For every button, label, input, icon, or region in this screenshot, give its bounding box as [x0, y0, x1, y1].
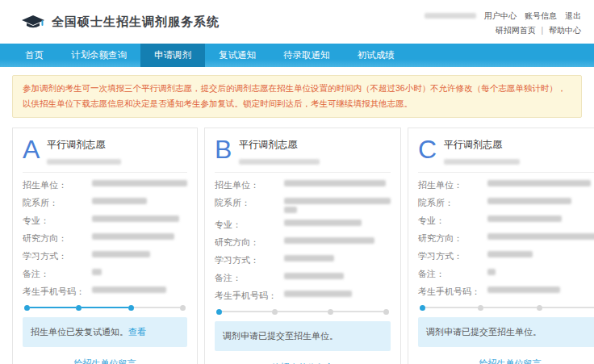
field-value-redacted — [284, 180, 386, 186]
field-row: 研究方向： — [418, 232, 594, 245]
field-row: 院系所： — [418, 197, 594, 209]
status-text: 调剂申请已提交至招生单位。 — [223, 331, 338, 341]
volunteer-card-b: B 平行调剂志愿 招生单位： 院系所： 专业： 研究方向： 学习方式： 备注： … — [204, 128, 401, 364]
status-text: 招生单位已发复试通知。 — [31, 327, 128, 337]
field-value-redacted — [487, 251, 533, 257]
progress-segment — [333, 311, 383, 312]
graduation-cap-icon — [21, 14, 45, 31]
field-value-redacted — [284, 220, 362, 226]
status-box: 调剂申请已提交至招生单位。 — [215, 321, 391, 351]
field-value-redacted — [92, 215, 179, 222]
progress-segment — [134, 307, 180, 308]
field-value-redacted — [284, 273, 344, 279]
field-label: 招生单位： — [418, 179, 487, 191]
field-label: 备注： — [418, 268, 487, 280]
message-link[interactable]: 给招生单位留言 — [418, 358, 594, 364]
field-value-redacted — [92, 251, 150, 257]
link-yanzhao-home[interactable]: 研招网首页 — [496, 26, 536, 35]
field-row: 研究方向： — [215, 236, 391, 249]
field-value-redacted — [284, 198, 391, 204]
field-row: 学习方式： — [418, 250, 594, 262]
progress-segment — [425, 307, 478, 308]
progress-dot — [420, 305, 425, 311]
progress-dot — [478, 305, 483, 311]
field-label: 招生单位： — [215, 179, 284, 191]
field-label: 考生手机号码： — [418, 286, 487, 298]
field-row: 专业： — [23, 215, 187, 227]
card-title: 平行调剂志愿 — [47, 138, 121, 152]
field-label: 学习方式： — [23, 250, 92, 262]
progress-dot — [537, 305, 542, 311]
field-list: 招生单位： 院系所： 专业： 研究方向： 学习方式： 备注： 考生手机号码： — [215, 179, 391, 308]
header-user-area: 用户中心 账号信息 退出 研招网首页 | 帮助中心 — [425, 7, 581, 37]
nav-tab-initial-scores[interactable]: 初试成绩 — [344, 44, 408, 67]
progress-segment — [222, 311, 272, 312]
view-link[interactable]: 查看 — [128, 327, 146, 337]
field-label: 研究方向： — [23, 232, 92, 245]
field-row: 招生单位： — [418, 179, 594, 191]
field-label: 研究方向： — [215, 236, 284, 249]
field-label: 备注： — [215, 272, 284, 284]
nav-tab-home[interactable]: 首页 — [11, 44, 57, 67]
nav-tab-retest-notice[interactable]: 复试通知 — [205, 44, 270, 67]
progress-segment — [82, 307, 128, 308]
field-value-redacted — [92, 287, 166, 293]
page: 全国硕士生招生调剂服务系统 用户中心 账号信息 退出 研招网首页 | 帮助中心 … — [0, 0, 594, 364]
submit-time-redacted — [444, 159, 520, 165]
nav-tab-plan-balance-query[interactable]: 计划余额查询 — [57, 44, 140, 67]
field-list: 招生单位： 院系所： 专业： 研究方向： 学习方式： 备注： 考生手机号码： — [418, 179, 594, 303]
field-value-redacted — [487, 215, 562, 222]
header-link-separator: | — [542, 26, 544, 35]
field-value-redacted — [92, 180, 187, 186]
field-label: 学习方式： — [215, 254, 284, 266]
field-row: 备注： — [215, 272, 391, 284]
card-letter: A — [23, 136, 40, 166]
field-value-redacted — [487, 198, 571, 204]
link-user-center[interactable]: 用户中心 — [484, 9, 517, 23]
card-letter: C — [418, 136, 437, 166]
field-label: 考生手机号码： — [215, 290, 284, 302]
progress-dot — [180, 305, 186, 311]
field-label: 专业： — [215, 219, 284, 231]
volunteer-cards: A 平行调剂志愿 招生单位： 院系所： 专业： 研究方向： 学习方式： 备注： … — [12, 128, 582, 364]
link-help-center[interactable]: 帮助中心 — [549, 26, 581, 35]
submit-time-redacted — [239, 159, 320, 165]
field-value-redacted — [92, 233, 174, 240]
field-row: 考生手机号码： — [418, 286, 594, 298]
link-logout[interactable]: 退出 — [565, 9, 581, 23]
card-header: B 平行调剂志愿 — [215, 136, 391, 173]
field-label: 专业： — [23, 215, 92, 227]
field-value-redacted — [92, 198, 147, 204]
progress-bar — [216, 309, 389, 315]
card-header: A 平行调剂志愿 — [23, 136, 187, 173]
link-account-info[interactable]: 账号信息 — [525, 9, 557, 23]
field-row: 招生单位： — [215, 179, 391, 191]
progress-segment — [278, 311, 328, 312]
progress-bar — [24, 305, 186, 311]
field-label: 院系所： — [23, 197, 92, 209]
field-row: 研究方向： — [23, 232, 187, 245]
status-text: 调剂申请已提交至招生单位。 — [426, 327, 542, 337]
message-link[interactable]: 给招生单位留言 — [23, 358, 187, 364]
nav-tab-apply-adjustment[interactable]: 申请调剂 — [140, 44, 205, 67]
field-label: 院系所： — [418, 197, 487, 209]
field-label: 研究方向： — [418, 232, 487, 245]
field-row: 备注： — [23, 268, 187, 280]
progress-dot — [383, 309, 389, 315]
field-value-redacted — [92, 269, 102, 275]
field-label: 备注： — [23, 268, 92, 280]
card-header: C 平行调剂志愿 — [418, 136, 594, 173]
progress-segment — [30, 307, 76, 308]
progress-segment — [483, 307, 536, 308]
field-label: 院系所： — [215, 197, 284, 209]
status-box: 调剂申请已提交至招生单位。 — [418, 317, 594, 347]
main-nav: 首页 计划余额查询 申请调剂 复试通知 待录取通知 初试成绩 — [0, 44, 594, 67]
field-value-redacted — [284, 237, 374, 244]
field-row: 专业： — [215, 219, 391, 231]
nav-tab-admission-notice[interactable]: 待录取通知 — [270, 44, 344, 67]
volunteer-card-c: C 平行调剂志愿 招生单位： 院系所： 专业： 研究方向： 学习方式： 备注： … — [408, 128, 594, 364]
field-value-redacted — [284, 291, 352, 297]
status-box: 招生单位已发复试通知。查看 — [23, 317, 187, 347]
field-row: 考生手机号码： — [215, 290, 391, 302]
field-row: 院系所： — [23, 197, 187, 209]
